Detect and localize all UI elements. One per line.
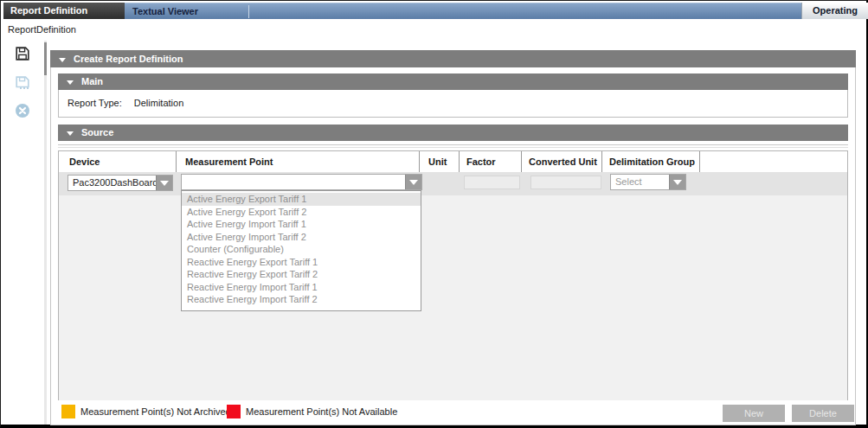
page-title: ReportDefinition bbox=[8, 24, 76, 35]
report-type-label: Report Type: bbox=[68, 98, 122, 108]
main-section-body: Report Type:Delimitation bbox=[58, 90, 848, 118]
dropdown-option[interactable]: Reactive Energy Export Tariff 2 bbox=[182, 268, 421, 281]
tab-operating[interactable]: Operating bbox=[801, 3, 868, 19]
tab-report-definition[interactable]: Report Definition bbox=[3, 3, 125, 19]
dropdown-option[interactable]: Counter (Configurable) bbox=[182, 243, 421, 256]
dropdown-option[interactable]: Active Energy Import Tariff 2 bbox=[182, 231, 421, 244]
tab-strip: Textual Viewer bbox=[125, 3, 801, 19]
column-header-unit: Unit bbox=[419, 151, 459, 172]
section-header-source[interactable]: Source bbox=[58, 125, 848, 141]
column-header-measurement-point: Measurement Point bbox=[176, 151, 419, 172]
app-window: Report Definition Textual Viewer Operati… bbox=[0, 0, 868, 428]
dropdown-option[interactable]: Active Energy Import Tariff 1 bbox=[182, 218, 421, 231]
chevron-down-icon[interactable] bbox=[405, 175, 421, 189]
collapse-triangle-icon bbox=[59, 58, 66, 62]
dropdown-option[interactable]: Reactive Energy Import Tariff 2 bbox=[182, 293, 421, 306]
divider bbox=[58, 147, 848, 148]
column-header-converted-unit: Converted Unit bbox=[521, 151, 601, 172]
device-dropdown-value: Pac3200DashBoard bbox=[68, 176, 156, 190]
column-header-filler bbox=[699, 151, 847, 172]
delimitation-group-dropdown-value: Select bbox=[611, 175, 669, 189]
column-header-factor: Factor bbox=[459, 151, 521, 172]
dropdown-option[interactable]: Reactive Energy Import Tariff 1 bbox=[182, 281, 421, 294]
chevron-down-icon[interactable] bbox=[669, 175, 685, 189]
delete-button[interactable]: Delete bbox=[792, 405, 854, 422]
red-swatch-icon bbox=[227, 405, 241, 418]
top-tab-bar: Report Definition Textual Viewer Operati… bbox=[3, 3, 866, 19]
measurement-point-options-list: Active Energy Export Tariff 1 Active Ene… bbox=[181, 190, 421, 311]
vertical-scrollbar[interactable] bbox=[44, 41, 47, 425]
save-as-dots bbox=[20, 87, 29, 89]
save-icon[interactable] bbox=[15, 46, 30, 61]
save-as-icon[interactable] bbox=[15, 75, 30, 91]
cancel-icon[interactable] bbox=[15, 103, 30, 118]
legend-bar: Measurement Point(s) Not Archived Measur… bbox=[51, 400, 855, 425]
tab-separator bbox=[248, 5, 249, 18]
chevron-down-icon[interactable] bbox=[156, 176, 172, 190]
section-title: Create Report Definition bbox=[74, 54, 183, 64]
legend-label: Measurement Point(s) Not Available bbox=[246, 406, 397, 417]
collapse-triangle-icon bbox=[67, 131, 74, 136]
dropdown-option[interactable]: Reactive Energy Export Tariff 1 bbox=[182, 256, 421, 269]
yellow-swatch-icon bbox=[61, 405, 75, 418]
measurement-point-dropdown[interactable] bbox=[181, 174, 422, 190]
scrollbar-thumb[interactable] bbox=[44, 42, 47, 75]
dropdown-option[interactable]: Active Energy Export Tariff 2 bbox=[182, 206, 421, 219]
measurement-point-dropdown-value bbox=[182, 175, 405, 189]
tab-textual-viewer[interactable]: Textual Viewer bbox=[132, 3, 198, 19]
new-button[interactable]: New bbox=[723, 405, 785, 422]
section-title: Source bbox=[81, 127, 113, 137]
converted-unit-input[interactable] bbox=[530, 176, 601, 189]
section-header-create-report[interactable]: Create Report Definition bbox=[50, 50, 856, 67]
legend-item-not-archived: Measurement Point(s) Not Archived bbox=[61, 405, 231, 418]
section-title: Main bbox=[81, 76, 103, 86]
report-type-value: Delimitation bbox=[134, 98, 183, 108]
legend-label: Measurement Point(s) Not Archived bbox=[80, 406, 231, 417]
table-header-row: Device Measurement Point Unit Factor Con… bbox=[59, 151, 847, 172]
legend-item-not-available: Measurement Point(s) Not Available bbox=[227, 405, 397, 418]
column-header-device: Device bbox=[59, 151, 176, 172]
source-table: Device Measurement Point Unit Factor Con… bbox=[58, 150, 848, 401]
collapse-triangle-icon bbox=[67, 80, 74, 85]
column-header-delimitation-group: Delimitation Group bbox=[601, 151, 699, 172]
divider bbox=[58, 144, 848, 145]
section-header-main[interactable]: Main bbox=[58, 73, 848, 90]
dropdown-option[interactable]: Active Energy Export Tariff 1 bbox=[182, 193, 421, 206]
factor-input[interactable] bbox=[464, 176, 520, 189]
table-row: Pac3200DashBoard Select bbox=[59, 172, 847, 195]
device-dropdown[interactable]: Pac3200DashBoard bbox=[68, 175, 173, 191]
create-report-panel: Create Report Definition Main Report Typ… bbox=[50, 50, 856, 425]
delimitation-group-dropdown[interactable]: Select bbox=[610, 174, 686, 190]
